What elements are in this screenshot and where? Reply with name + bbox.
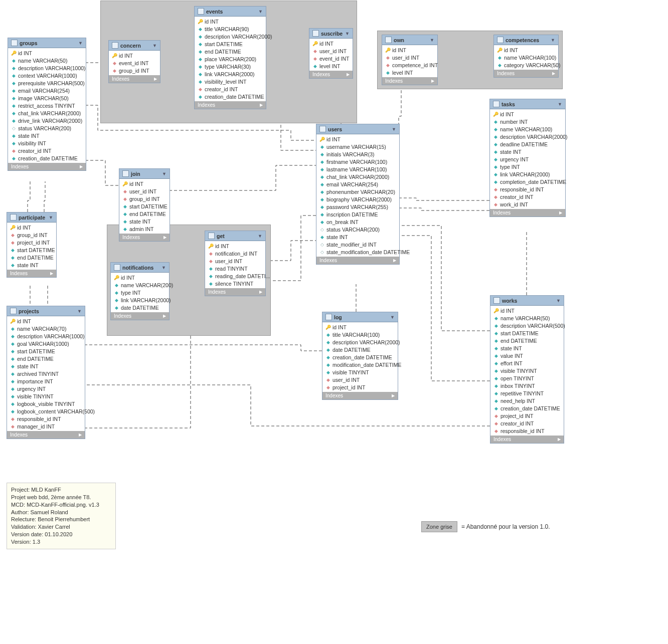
chevron-down-icon[interactable]: ▼: [49, 215, 53, 220]
column[interactable]: 🔑id INT: [109, 52, 160, 59]
column[interactable]: ◆end DATETIME: [7, 254, 56, 261]
column[interactable]: ◆category VARCHAR(50): [494, 61, 558, 69]
column[interactable]: ◆state INT: [8, 132, 86, 139]
indexes-row[interactable]: Indexes▶: [382, 77, 437, 85]
column[interactable]: ◆silence TINYINT: [205, 280, 265, 287]
column[interactable]: ◆description VARCHAR(2000): [322, 338, 398, 346]
column[interactable]: ◆description VARCHAR(1000): [8, 64, 86, 72]
column[interactable]: ◆title VARCHAR(100): [322, 331, 398, 338]
column[interactable]: ◆chat_link VARCHAR(2000): [8, 109, 86, 117]
column[interactable]: ◆drive_link VARCHAR(2000): [8, 117, 86, 124]
column[interactable]: ◆level INT: [382, 69, 437, 76]
column[interactable]: ◆need_help INT: [490, 397, 564, 404]
column[interactable]: ◆completion_date DATETIME: [490, 178, 565, 185]
table-header[interactable]: notifications▼: [111, 263, 169, 273]
table-header[interactable]: concern▼: [109, 41, 160, 51]
column[interactable]: ◆number INT: [490, 118, 565, 125]
indexes-row[interactable]: Indexes▶: [322, 392, 398, 399]
column[interactable]: ◆description VARCHAR(1000): [7, 332, 85, 340]
column[interactable]: ◆creator_id INT: [490, 193, 565, 200]
column[interactable]: ◆event_id INT: [109, 59, 160, 67]
column[interactable]: 🔑id INT: [490, 110, 565, 118]
column[interactable]: ◆archived TINYINT: [7, 370, 85, 377]
column[interactable]: ◆name VARCHAR(70): [7, 325, 85, 332]
table-header[interactable]: competences▼: [494, 35, 558, 45]
column[interactable]: ◆date DATETIME: [111, 304, 169, 311]
table-log[interactable]: log▼🔑id INT◆title VARCHAR(100)◆descripti…: [322, 312, 398, 400]
table-competences[interactable]: competences▼🔑id INT◆name VARCHAR(100)◆ca…: [493, 35, 559, 78]
table-header[interactable]: join▼: [119, 169, 170, 179]
chevron-down-icon[interactable]: ▼: [430, 38, 434, 43]
column[interactable]: ◆visibility_level INT: [195, 78, 266, 85]
indexes-row[interactable]: Indexes▶: [111, 312, 169, 320]
indexes-row[interactable]: Indexes▶: [205, 288, 265, 296]
column[interactable]: ◆responsible_id INT: [490, 185, 565, 193]
column[interactable]: ◆name VARCHAR(50): [8, 57, 86, 64]
column[interactable]: ◆group_id INT: [7, 231, 56, 239]
column[interactable]: ◆firstname VARCHAR(100): [316, 158, 399, 165]
column[interactable]: ◆reading_date DATETI...: [205, 272, 265, 280]
column[interactable]: ◆state INT: [316, 233, 399, 241]
chevron-down-icon[interactable]: ▼: [258, 9, 263, 14]
table-tasks[interactable]: tasks▼🔑id INT◆number INT◆name VARCHAR(10…: [489, 99, 566, 217]
table-notifications[interactable]: notifications▼🔑id INT◆name VARCHAR(200)◆…: [110, 262, 170, 320]
indexes-row[interactable]: Indexes▶: [119, 234, 170, 241]
column[interactable]: ◆responsible_id INT: [7, 415, 85, 422]
chevron-down-icon[interactable]: ▼: [162, 171, 166, 176]
column[interactable]: ◇state_modifier_id INT: [316, 241, 399, 248]
column[interactable]: ◆type VARCHAR(30): [195, 63, 266, 70]
column[interactable]: 🔑id INT: [7, 317, 85, 325]
column[interactable]: ◆modification_date DATETIME: [322, 361, 398, 368]
table-works[interactable]: works▼🔑id INT◆name VARCHAR(50)◆descripti…: [490, 295, 564, 444]
column[interactable]: ◆event_id INT: [309, 55, 353, 62]
column[interactable]: ◆start DATETIME: [7, 246, 56, 254]
column[interactable]: ◆description VARCHAR(500): [490, 322, 564, 329]
column[interactable]: ◆admin INT: [119, 225, 170, 233]
chevron-down-icon[interactable]: ▼: [556, 298, 561, 303]
indexes-row[interactable]: Indexes▶: [195, 101, 266, 109]
indexes-row[interactable]: Indexes▶: [309, 71, 353, 78]
column[interactable]: ◆username VARCHAR(15): [316, 143, 399, 150]
indexes-row[interactable]: Indexes▶: [7, 431, 85, 439]
table-suscribe[interactable]: suscribe▼🔑id INT◆user_id INT◆event_id IN…: [309, 28, 353, 79]
column[interactable]: ◆urgency INT: [7, 385, 85, 392]
column[interactable]: 🔑id INT: [119, 180, 170, 187]
column[interactable]: ◆prerequisite VARCHAR(500): [8, 79, 86, 87]
chevron-down-icon[interactable]: ▼: [152, 43, 157, 48]
table-projects[interactable]: projects▼🔑id INT◆name VARCHAR(70)◆descri…: [7, 306, 85, 439]
column[interactable]: ◆start DATETIME: [195, 40, 266, 48]
column[interactable]: ◆user_id INT: [119, 187, 170, 195]
column[interactable]: ◆name VARCHAR(100): [494, 54, 558, 61]
chevron-down-icon[interactable]: ▼: [77, 309, 82, 314]
column[interactable]: ◆description VARCHAR(2000): [490, 133, 565, 140]
column[interactable]: ◆creator_id INT: [8, 147, 86, 154]
column[interactable]: ◆value INT: [490, 352, 564, 359]
chevron-down-icon[interactable]: ▼: [258, 234, 262, 239]
table-events[interactable]: events▼🔑id INT◆title VARCHAR(90)◆descrip…: [194, 6, 266, 109]
indexes-row[interactable]: Indexes▶: [8, 163, 86, 170]
chevron-down-icon[interactable]: ▼: [390, 315, 395, 320]
table-header[interactable]: works▼: [490, 296, 564, 306]
chevron-down-icon[interactable]: ▼: [345, 31, 350, 36]
column[interactable]: ◆logbook_content VARCHAR(500): [7, 407, 85, 415]
table-header[interactable]: suscribe▼: [309, 29, 353, 39]
column[interactable]: ◆creation_date DATETIME: [8, 154, 86, 162]
column[interactable]: ◆project_id INT: [490, 412, 564, 419]
column[interactable]: ◆password VARCHAR(255): [316, 203, 399, 210]
column[interactable]: ◆end DATETIME: [490, 337, 564, 344]
column[interactable]: ◆responsible_id INT: [490, 427, 564, 435]
indexes-row[interactable]: Indexes▶: [494, 70, 558, 77]
column[interactable]: ◆group_id INT: [119, 195, 170, 202]
column[interactable]: ◆email VARCHAR(254): [8, 87, 86, 94]
chevron-down-icon[interactable]: ▼: [392, 127, 396, 132]
column[interactable]: ◆visible TINYINT: [322, 368, 398, 376]
column[interactable]: 🔑id INT: [8, 49, 86, 57]
table-participate[interactable]: participate▼🔑id INT◆group_id INT◆project…: [7, 212, 57, 278]
table-header[interactable]: participate▼: [7, 212, 56, 223]
column[interactable]: ◆user_id INT: [205, 257, 265, 265]
column[interactable]: ◆competence_id INT: [382, 61, 437, 69]
table-header[interactable]: tasks▼: [490, 99, 565, 109]
column[interactable]: ◆visibility INT: [8, 139, 86, 147]
column[interactable]: ◆start DATETIME: [490, 329, 564, 337]
table-header[interactable]: own▼: [382, 35, 437, 45]
